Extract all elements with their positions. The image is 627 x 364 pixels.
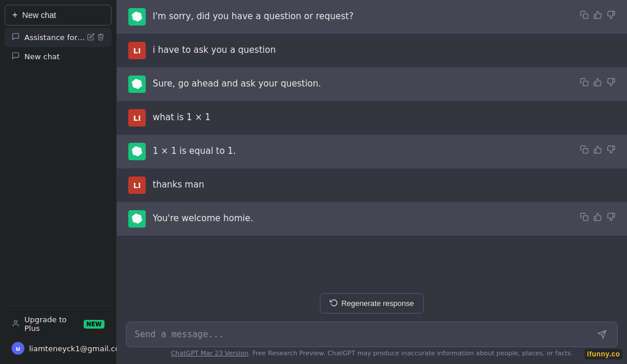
message-text-7: You're welcome homie. bbox=[153, 210, 573, 225]
thumbs-down-icon-5[interactable] bbox=[607, 145, 615, 156]
message-user-2: LI what is 1 × 1 bbox=[117, 101, 627, 135]
sidebar-item-assistance[interactable]: Assistance for User. bbox=[5, 28, 111, 47]
person-icon bbox=[12, 319, 20, 329]
thumbs-up-icon-5[interactable] bbox=[593, 145, 602, 156]
new-chat-button[interactable]: + New chat bbox=[5, 5, 111, 26]
avatar-initial: u bbox=[16, 345, 20, 352]
message-text-4: what is 1 × 1 bbox=[153, 109, 615, 124]
user-avatar-msg-3: LI bbox=[128, 176, 146, 194]
message-assistant-4: You're welcome homie. bbox=[117, 202, 627, 236]
message-actions-1 bbox=[580, 8, 615, 21]
copy-icon-3[interactable] bbox=[580, 78, 589, 89]
thumbs-down-icon[interactable] bbox=[607, 10, 615, 21]
disclaimer-text: . Free Research Preview. ChatGPT may pro… bbox=[248, 349, 573, 357]
thumbs-up-icon[interactable] bbox=[593, 10, 602, 21]
sidebar-item-new-chat[interactable]: New chat bbox=[5, 47, 111, 66]
new-badge: NEW bbox=[84, 320, 105, 329]
message-assistant-2: Sure, go ahead and ask your question. bbox=[117, 67, 627, 101]
upgrade-button[interactable]: Upgrade to Plus NEW bbox=[5, 311, 111, 337]
chat-bubble-icon-2 bbox=[12, 52, 20, 62]
regenerate-area: Regenerate response bbox=[117, 286, 627, 317]
message-text-3: Sure, go ahead and ask your question. bbox=[153, 75, 573, 91]
messages-list: I'm sorry, did you have a question or re… bbox=[117, 0, 627, 286]
svg-rect-4 bbox=[583, 216, 588, 221]
chat-bubble-icon bbox=[12, 33, 20, 42]
copy-icon-7[interactable] bbox=[580, 212, 589, 224]
message-actions-7 bbox=[580, 210, 615, 224]
user-avatar-msg: LI bbox=[128, 42, 146, 59]
disclaimer: ChatGPT Mar 23 Version. Free Research Pr… bbox=[126, 347, 618, 362]
ifunny-watermark: ifunny.co bbox=[585, 349, 622, 359]
user-profile-row[interactable]: u liamteneyck1@gmail.com ··· bbox=[5, 337, 111, 359]
sidebar: + New chat Assistance for User. bbox=[0, 0, 117, 364]
send-button[interactable] bbox=[595, 329, 609, 340]
sidebar-bottom: Upgrade to Plus NEW u liamteneyck1@gmail… bbox=[5, 305, 111, 359]
gpt-avatar-2 bbox=[128, 75, 146, 93]
thumbs-down-icon-3[interactable] bbox=[607, 78, 615, 89]
delete-icon[interactable] bbox=[97, 33, 105, 42]
regenerate-button[interactable]: Regenerate response bbox=[320, 293, 424, 313]
disclaimer-link[interactable]: ChatGPT Mar 23 Version bbox=[171, 349, 248, 357]
message-assistant-1: I'm sorry, did you have a question or re… bbox=[117, 0, 627, 34]
copy-icon-5[interactable] bbox=[580, 145, 589, 156]
message-text-5: 1 × 1 is equal to 1. bbox=[153, 143, 573, 158]
new-chat-label: New chat bbox=[22, 10, 56, 20]
message-assistant-3: 1 × 1 is equal to 1. bbox=[117, 135, 627, 168]
user-email: liamteneyck1@gmail.com bbox=[29, 344, 127, 353]
gpt-avatar-3 bbox=[128, 143, 146, 160]
input-area: ChatGPT Mar 23 Version. Free Research Pr… bbox=[117, 317, 627, 365]
svg-rect-3 bbox=[583, 149, 588, 153]
edit-icon[interactable] bbox=[87, 33, 95, 42]
sidebar-item-label-assistance: Assistance for User. bbox=[24, 33, 87, 42]
message-user-1: LI i have to ask you a question bbox=[117, 34, 627, 67]
user-avatar-msg-2: LI bbox=[128, 109, 146, 127]
main-chat-area: I'm sorry, did you have a question or re… bbox=[117, 0, 627, 364]
regen-icon bbox=[330, 298, 338, 308]
thumbs-down-icon-7[interactable] bbox=[607, 212, 615, 224]
avatar: u bbox=[12, 342, 24, 355]
message-input[interactable] bbox=[135, 328, 595, 341]
input-wrapper bbox=[126, 322, 618, 348]
svg-rect-2 bbox=[583, 81, 588, 86]
svg-rect-1 bbox=[583, 14, 588, 19]
svg-point-0 bbox=[15, 320, 17, 323]
chat-history: Assistance for User. New chat bbox=[5, 28, 111, 305]
regenerate-label: Regenerate response bbox=[341, 299, 414, 308]
message-text-1: I'm sorry, did you have a question or re… bbox=[153, 8, 573, 23]
thumbs-up-icon-3[interactable] bbox=[593, 78, 602, 89]
message-text-2: i have to ask you a question bbox=[153, 42, 615, 57]
upgrade-label: Upgrade to Plus bbox=[24, 315, 84, 333]
message-text-6: thanks man bbox=[153, 176, 615, 192]
gpt-avatar-4 bbox=[128, 210, 146, 228]
gpt-avatar bbox=[128, 8, 146, 26]
copy-icon[interactable] bbox=[580, 10, 589, 21]
plus-icon: + bbox=[12, 10, 17, 20]
sidebar-item-label-new-chat: New chat bbox=[24, 52, 60, 61]
message-actions-3 bbox=[580, 75, 615, 89]
message-actions-5 bbox=[580, 143, 615, 156]
message-user-3: LI thanks man bbox=[117, 168, 627, 202]
thumbs-up-icon-7[interactable] bbox=[593, 212, 602, 224]
